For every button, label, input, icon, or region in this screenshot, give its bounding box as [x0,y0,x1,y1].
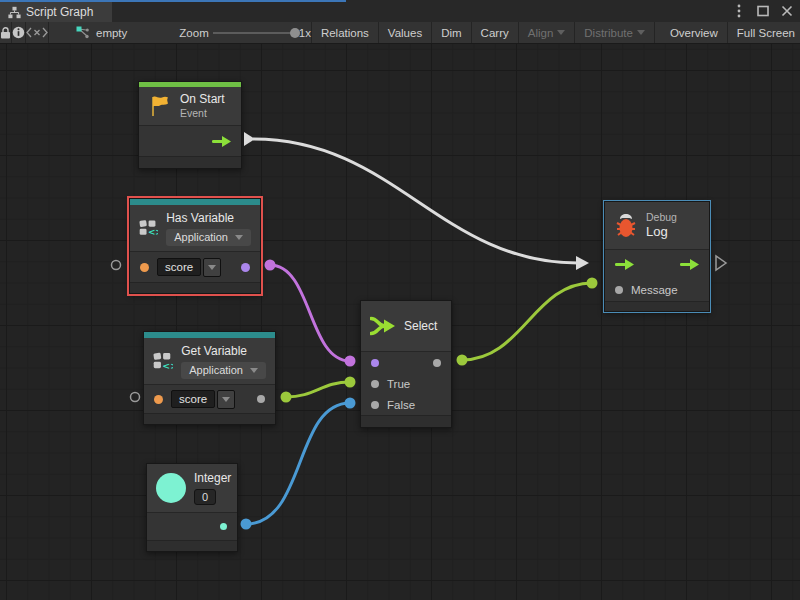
name-input-port[interactable] [140,263,149,272]
name-input-port[interactable] [154,395,163,404]
variable-name-dropdown-button[interactable] [203,258,221,277]
node-footer [139,156,241,168]
wire-flow-onstart-to-log[interactable] [253,139,578,263]
node-title: Has Variable [166,211,251,226]
wire-endpoint [345,356,356,367]
node-select[interactable]: Select True False [360,300,452,428]
false-input-port[interactable] [371,401,379,409]
true-port-label: True [387,378,410,390]
graph-canvas[interactable]: On Start Event [0,44,800,600]
zoom-slider-knob[interactable] [290,28,300,38]
variable-name-value[interactable]: score [171,390,215,408]
unconnected-flow-output-hint[interactable] [716,256,726,270]
integer-output-port[interactable] [220,523,227,530]
message-input-port[interactable] [615,286,623,294]
wire-endpoint [281,392,292,403]
chevron-down-icon [208,265,216,270]
wire-select-to-log-message[interactable] [462,283,592,360]
zoom-slider[interactable] [213,32,295,34]
tab-label: Script Graph [26,5,93,19]
node-get-variable[interactable]: <> Get Variable Application score [143,331,276,425]
variable-scope-dropdown[interactable]: Application [181,362,266,379]
carry-button[interactable]: Carry [472,22,519,43]
node-footer [605,301,709,311]
close-icon[interactable] [780,4,794,18]
fullscreen-button[interactable]: Full Screen [728,22,800,43]
message-port-label: Message [631,284,678,296]
svg-text:<>: <> [148,227,158,237]
graph-toolbar: empty Zoom 1x Relations Values Dim Carry… [0,22,800,44]
variable-name-dropdown-button[interactable] [217,390,235,409]
node-footer [130,282,260,293]
node-footer [361,415,451,427]
chevron-down-icon [250,368,258,373]
chevron-down-icon [637,30,645,35]
variable-name-select[interactable]: score [171,390,235,409]
node-title: Log [646,224,677,240]
node-title: Integer [194,471,231,486]
kebab-menu-icon[interactable] [732,4,746,18]
wire-getvariable-to-select-true[interactable] [286,382,350,397]
flow-input-port[interactable] [615,259,634,270]
graph-info-area: empty Zoom 1x [49,22,312,43]
bug-icon [614,213,638,239]
value-output-port[interactable] [257,395,265,403]
wire-endpoint [457,355,468,366]
true-input-port[interactable] [371,380,379,388]
lock-button[interactable] [0,22,12,43]
variable-name-select[interactable]: score [157,258,221,277]
chevron-down-icon [235,235,243,240]
lock-icon [0,27,11,39]
flow-output-port[interactable] [680,259,699,270]
overview-button[interactable]: Overview [661,22,728,43]
wire-hasvariable-to-select[interactable] [270,265,350,361]
node-title: On Start [180,92,225,107]
node-footer [144,413,275,424]
node-has-variable[interactable]: <> Has Variable Application score [129,198,261,294]
integer-value-input[interactable]: 0 [194,489,216,505]
variable-scope-dropdown[interactable]: Application [166,229,251,246]
node-footer [147,540,237,551]
graph-icon [8,6,21,19]
wire-endpoint [345,398,356,409]
node-debug-log[interactable]: Debug Log Message [604,201,710,312]
tab-script-graph[interactable]: Script Graph [0,2,112,22]
distribute-dropdown[interactable]: Distribute [575,22,655,43]
tab-bar: Script Graph [0,0,800,22]
integer-literal-icon [156,473,186,503]
wire-endpoint [587,278,598,289]
node-integer[interactable]: Integer 0 [146,463,238,552]
flag-icon [148,94,172,118]
align-dropdown[interactable]: Align [519,22,576,43]
chevron-down-icon [557,30,565,35]
svg-text:<>: <> [162,360,173,371]
relations-button[interactable]: Relations [312,22,379,43]
window-controls [732,0,794,22]
node-title: Get Variable [181,344,266,359]
node-title: Select [404,319,437,334]
bool-output-port[interactable] [241,263,250,272]
node-on-start[interactable]: On Start Event [138,81,242,169]
node-subtitle: Event [180,107,225,121]
code-icon [26,27,48,38]
dim-button[interactable]: Dim [432,22,471,43]
node-surtitle: Debug [646,211,677,225]
code-preview-button[interactable] [26,22,49,43]
unconnected-input-hint[interactable] [112,261,121,270]
variables-icon: <> [139,215,158,241]
condition-input-port[interactable] [371,359,379,367]
chevron-down-icon [222,397,230,402]
unconnected-input-hint[interactable] [131,393,140,402]
flow-output-port[interactable] [212,136,231,147]
graph-name-label: empty [96,27,127,39]
info-button[interactable] [12,22,26,43]
selection-output-port[interactable] [433,359,441,367]
zoom-value: 1x [299,27,311,39]
values-button[interactable]: Values [379,22,432,43]
wire-end-arrow [576,256,589,270]
false-port-label: False [387,399,415,411]
variable-name-value[interactable]: score [157,258,201,276]
maximize-icon[interactable] [756,4,770,18]
zoom-label: Zoom [179,27,208,39]
graph-network-icon [75,26,90,39]
